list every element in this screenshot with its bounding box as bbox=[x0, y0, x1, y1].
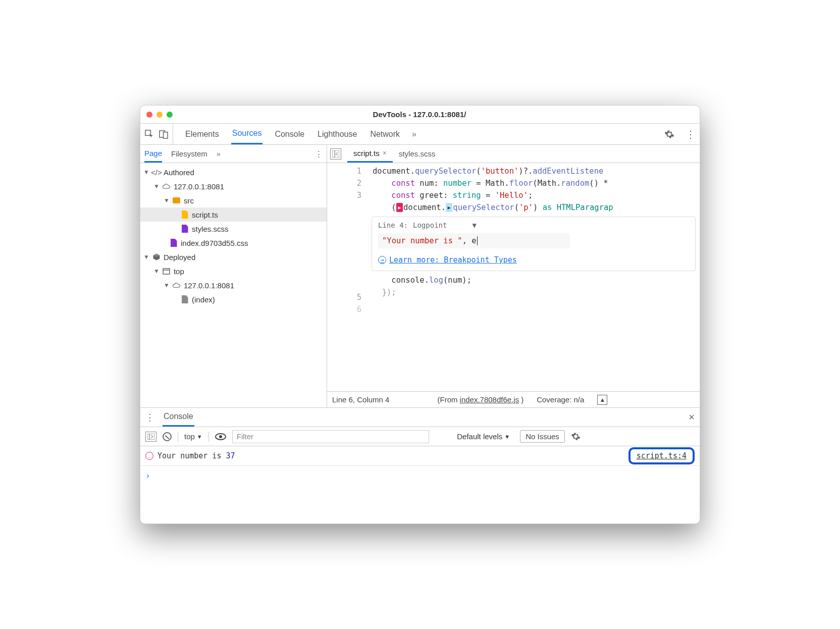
console-toolbar: top▼ Filter Default levels▼ No Issues bbox=[140, 427, 700, 446]
drawer-tab-console[interactable]: Console bbox=[163, 408, 194, 427]
chevron-down-icon: ▼ bbox=[197, 434, 202, 440]
tree-label: Deployed bbox=[164, 253, 195, 261]
gear-icon[interactable] bbox=[664, 129, 674, 139]
sourcemap-origin[interactable]: (From index.7808df6e.js) bbox=[438, 395, 524, 404]
log-number: 37 bbox=[226, 451, 235, 460]
tree-label: styles.scss bbox=[192, 225, 229, 233]
tree-authored[interactable]: ▼</>Authored bbox=[140, 165, 327, 179]
tree-label: src bbox=[184, 196, 194, 205]
line-gutter[interactable]: 1 2 3 ••4 5 6 bbox=[327, 163, 366, 391]
toggle-navigator-icon[interactable] bbox=[330, 148, 341, 160]
inspect-icon[interactable] bbox=[144, 129, 154, 139]
line-no[interactable]: 1 bbox=[327, 165, 361, 177]
tree-deployed[interactable]: ▼Deployed bbox=[140, 250, 327, 264]
kebab-icon[interactable]: ⋮ bbox=[145, 412, 154, 423]
issues-button[interactable]: No Issues bbox=[520, 430, 565, 443]
navigator-sidebar: Page Filesystem » ⋮ ▼</>Authored ▼127.0.… bbox=[140, 145, 327, 407]
file-css-icon bbox=[170, 239, 178, 247]
tree-host[interactable]: ▼127.0.0.1:8081 bbox=[140, 179, 327, 193]
line-no[interactable]: 6 bbox=[327, 303, 361, 316]
cloud-icon bbox=[163, 182, 171, 190]
close-icon[interactable]: × bbox=[383, 149, 387, 157]
zoom-icon[interactable] bbox=[167, 112, 173, 118]
tab-label: styles.scss bbox=[399, 149, 436, 158]
editor-statusbar: Line 6, Column 4 (From index.7808df6e.js… bbox=[327, 391, 700, 407]
cube-icon bbox=[152, 253, 161, 261]
file-scss-icon bbox=[181, 225, 189, 233]
console-message: ‥ Your number is 37 script.ts:4 bbox=[145, 449, 695, 462]
logpoint-expression-input[interactable]: "Your number is ", e bbox=[378, 233, 570, 248]
line-no[interactable]: 5 bbox=[327, 291, 361, 303]
toggle-sidebar-icon[interactable] bbox=[145, 432, 156, 442]
logpoint-editor: Line 4: Logpoint▼ "Your number is ", e →… bbox=[372, 217, 696, 271]
arrow-circle-icon: → bbox=[378, 256, 386, 264]
frame-icon bbox=[163, 267, 171, 275]
tree-label: 127.0.0.1:8081 bbox=[184, 281, 234, 290]
source-link[interactable]: script.ts:4 bbox=[628, 447, 695, 464]
logpoint-line-label: Line 4: bbox=[378, 221, 408, 229]
tree-file-styles[interactable]: styles.scss bbox=[140, 222, 327, 236]
gear-icon[interactable] bbox=[571, 432, 581, 441]
code-editor[interactable]: 1 2 3 ••4 5 6 document.querySelector('bu… bbox=[327, 163, 700, 391]
svg-rect-7 bbox=[147, 434, 154, 440]
kebab-icon[interactable]: ⋮ bbox=[686, 128, 696, 140]
tab-console[interactable]: Console bbox=[274, 124, 305, 144]
logpoint-badge-icon: ‥ bbox=[145, 452, 153, 460]
tree-label: (index) bbox=[192, 295, 215, 304]
line-no[interactable]: 3 bbox=[327, 189, 361, 201]
cursor-position: Line 6, Column 4 bbox=[332, 395, 389, 404]
tab-sources[interactable]: Sources bbox=[231, 124, 263, 144]
navigator-tab-filesystem[interactable]: Filesystem bbox=[171, 145, 207, 163]
svg-rect-3 bbox=[163, 269, 170, 274]
editor-tab-styles[interactable]: styles.scss bbox=[393, 145, 442, 163]
main-tabs: Elements Sources Console Lighthouse Netw… bbox=[140, 124, 700, 145]
close-icon[interactable] bbox=[146, 112, 152, 118]
clear-console-icon[interactable] bbox=[163, 432, 172, 441]
tab-lighthouse[interactable]: Lighthouse bbox=[317, 124, 358, 144]
console-drawer: ⋮ Console × top▼ Filter Default levels▼ … bbox=[140, 407, 700, 523]
chevron-down-icon: ▼ bbox=[504, 434, 510, 440]
logpoint-marker[interactable]: ••4 bbox=[327, 201, 361, 214]
tab-network[interactable]: Network bbox=[369, 124, 401, 144]
navigator-tabs-overflow-icon[interactable]: » bbox=[217, 149, 221, 158]
tabs-overflow-icon[interactable]: » bbox=[412, 130, 416, 139]
cloud-icon bbox=[173, 281, 181, 289]
live-expression-icon[interactable] bbox=[215, 433, 226, 440]
file-ts-icon bbox=[181, 211, 189, 219]
file-icon bbox=[181, 295, 189, 303]
context-dropdown[interactable]: top▼ bbox=[184, 432, 202, 441]
breakpoint-type-dropdown[interactable]: Logpoint▼ bbox=[413, 221, 477, 229]
console-prompt[interactable]: › bbox=[145, 471, 695, 481]
tab-label: script.ts bbox=[353, 149, 380, 158]
navigator-tab-page[interactable]: Page bbox=[144, 145, 162, 163]
kebab-icon[interactable]: ⋮ bbox=[315, 149, 323, 159]
tree-label: Authored bbox=[164, 168, 194, 177]
line-no[interactable]: 2 bbox=[327, 177, 361, 189]
titlebar: DevTools - 127.0.0.1:8081/ bbox=[140, 106, 700, 124]
minimize-icon[interactable] bbox=[156, 112, 163, 118]
editor-tabs: script.ts× styles.scss bbox=[327, 145, 700, 163]
learn-more-link[interactable]: →Learn more: Breakpoint Types bbox=[378, 255, 689, 265]
editor-tab-script[interactable]: script.ts× bbox=[347, 145, 393, 163]
tree-folder-src[interactable]: ▼src bbox=[140, 193, 327, 207]
tree-label: index.d9703d55.css bbox=[181, 239, 248, 247]
file-tree: ▼</>Authored ▼127.0.0.1:8081 ▼src script… bbox=[140, 163, 327, 407]
tree-label: script.ts bbox=[192, 211, 218, 219]
editor-pane: script.ts× styles.scss 1 2 3 ••4 5 6 doc… bbox=[327, 145, 700, 407]
tree-host-deployed[interactable]: ▼127.0.0.1:8081 bbox=[140, 278, 327, 292]
levels-dropdown[interactable]: Default levels▼ bbox=[457, 432, 514, 441]
tree-file-script[interactable]: script.ts bbox=[140, 207, 327, 222]
tree-top[interactable]: ▼top bbox=[140, 264, 327, 278]
tree-label: top bbox=[174, 267, 184, 276]
tree-label: 127.0.0.1:8081 bbox=[174, 182, 224, 191]
filter-input[interactable]: Filter bbox=[232, 430, 429, 443]
tree-file-indexcss[interactable]: index.d9703d55.css bbox=[140, 236, 327, 250]
tree-file-index[interactable]: (index) bbox=[140, 292, 327, 306]
svg-rect-2 bbox=[164, 132, 168, 138]
device-toggle-icon[interactable] bbox=[159, 129, 169, 139]
close-icon[interactable]: × bbox=[689, 411, 695, 423]
window-title: DevTools - 127.0.0.1:8081/ bbox=[173, 110, 666, 119]
tab-elements[interactable]: Elements bbox=[184, 124, 220, 144]
show-details-icon[interactable]: ▲ bbox=[597, 395, 607, 405]
coverage-label: Coverage: n/a bbox=[537, 395, 584, 404]
